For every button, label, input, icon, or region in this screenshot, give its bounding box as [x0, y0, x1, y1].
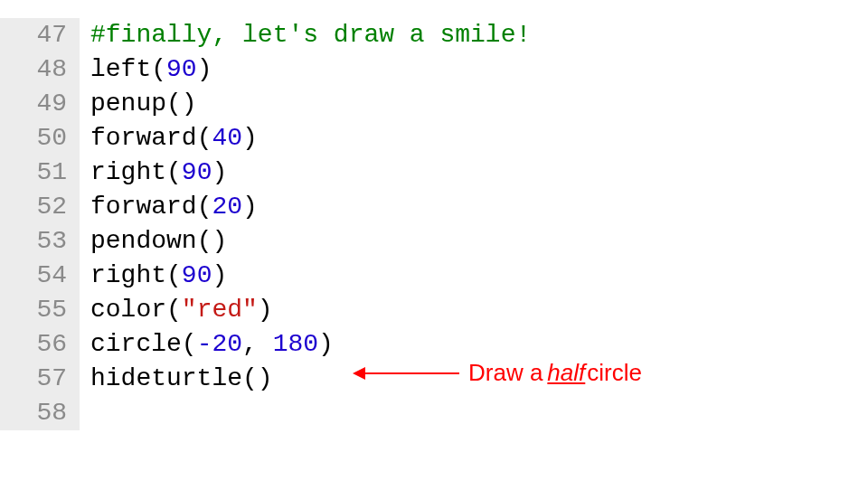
code-token: () — [242, 362, 273, 396]
code-token: 90 — [166, 52, 197, 87]
code-token: ) — [212, 259, 227, 293]
code-token: 180 — [273, 327, 318, 362]
code-token: () — [166, 87, 197, 121]
line-number: 57 — [0, 362, 80, 396]
code-content[interactable]: hideturtle() — [80, 362, 273, 396]
code-token: ( — [182, 327, 197, 362]
line-number: 49 — [0, 87, 80, 121]
code-token: forward — [90, 121, 197, 155]
code-token: penup — [90, 87, 166, 121]
code-content[interactable]: pendown() — [80, 224, 227, 259]
code-content[interactable]: #finally, let's draw a smile! — [80, 18, 531, 52]
arrow-left-icon — [354, 372, 459, 374]
code-content[interactable]: circle(-20, 180) — [80, 327, 334, 362]
annotation-text-emph: half — [547, 357, 585, 389]
code-token: ( — [197, 190, 212, 224]
code-token: ( — [166, 259, 182, 293]
code-token: hideturtle — [90, 362, 242, 396]
code-token: ) — [212, 155, 227, 190]
code-token: -20 — [197, 327, 242, 362]
code-content[interactable]: left(90) — [80, 52, 212, 87]
code-content[interactable]: penup() — [80, 87, 197, 121]
code-token: #finally, let's draw a smile! — [90, 18, 531, 52]
line-number: 55 — [0, 293, 80, 327]
code-token: ) — [197, 52, 212, 87]
code-token: circle — [90, 327, 182, 362]
line-number: 56 — [0, 327, 80, 362]
code-line[interactable]: 52forward(20) — [0, 190, 868, 224]
code-line[interactable]: 54right(90) — [0, 259, 868, 293]
line-number: 53 — [0, 224, 80, 259]
code-token: ) — [242, 121, 258, 155]
annotation-text-prefix: Draw a — [468, 357, 542, 389]
annotation-text-suffix: circle — [587, 357, 642, 389]
code-token: "red" — [182, 293, 258, 327]
code-token: ( — [166, 155, 182, 190]
code-token: right — [90, 259, 166, 293]
code-token: () — [197, 224, 228, 259]
line-number: 54 — [0, 259, 80, 293]
code-line[interactable]: 47#finally, let's draw a smile! — [0, 18, 868, 52]
code-token: left — [90, 52, 151, 87]
code-token: ( — [166, 293, 182, 327]
code-token: 90 — [182, 155, 212, 190]
line-number: 48 — [0, 52, 80, 87]
code-token: ( — [151, 52, 166, 87]
code-token: ) — [242, 190, 258, 224]
code-content[interactable]: right(90) — [80, 259, 227, 293]
code-content[interactable]: forward(40) — [80, 121, 258, 155]
code-line[interactable]: 58 — [0, 396, 868, 430]
code-line[interactable]: 49penup() — [0, 87, 868, 121]
code-token: ) — [318, 327, 334, 362]
code-line[interactable]: 55color("red") — [0, 293, 868, 327]
code-token: forward — [90, 190, 197, 224]
code-token: 90 — [182, 259, 212, 293]
code-token: right — [90, 155, 166, 190]
line-number: 50 — [0, 121, 80, 155]
code-content[interactable]: forward(20) — [80, 190, 258, 224]
annotation-half-circle: Draw a half circle — [354, 357, 642, 389]
code-content[interactable]: right(90) — [80, 155, 227, 190]
line-number: 52 — [0, 190, 80, 224]
code-line[interactable]: 48left(90) — [0, 52, 868, 87]
code-token: color — [90, 293, 166, 327]
code-line[interactable]: 50forward(40) — [0, 121, 868, 155]
code-token: pendown — [90, 224, 197, 259]
code-line[interactable]: 53pendown() — [0, 224, 868, 259]
code-token: , — [242, 327, 273, 362]
code-token: ( — [197, 121, 212, 155]
code-token: 20 — [212, 190, 242, 224]
code-token: 40 — [212, 121, 242, 155]
code-line[interactable]: 51right(90) — [0, 155, 868, 190]
line-number: 58 — [0, 396, 80, 430]
line-number: 47 — [0, 18, 80, 52]
code-content[interactable]: color("red") — [80, 293, 273, 327]
code-token: ) — [258, 293, 273, 327]
line-number: 51 — [0, 155, 80, 190]
